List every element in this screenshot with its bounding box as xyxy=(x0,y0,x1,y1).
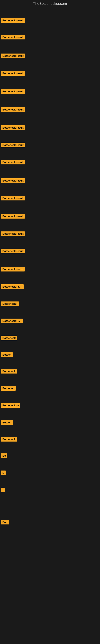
bottleneck-badge-8[interactable]: Bottleneck result xyxy=(1,143,25,147)
result-row-7: Bottleneck result xyxy=(1,126,25,131)
result-row-4: Bottleneck result xyxy=(1,71,25,76)
bottleneck-badge-21[interactable]: Bottleneck xyxy=(1,369,17,374)
result-row-1: Bottleneck result xyxy=(1,18,25,24)
bottleneck-badge-12[interactable]: Bottleneck result xyxy=(1,214,25,218)
result-row-10: Bottleneck result xyxy=(1,178,25,184)
result-row-25: Bottleneck xyxy=(1,437,17,442)
bottleneck-badge-4[interactable]: Bottleneck result xyxy=(1,71,25,76)
bottleneck-badge-13[interactable]: Bottleneck result xyxy=(1,232,25,236)
bottleneck-badge-3[interactable]: Bottleneck result xyxy=(1,54,25,58)
bottleneck-badge-19[interactable]: Bottleneck xyxy=(1,336,17,340)
result-row-3: Bottleneck result xyxy=(1,54,25,59)
result-row-21: Bottleneck xyxy=(1,369,17,374)
bottleneck-badge-20[interactable]: Bottlen xyxy=(1,352,13,357)
bottleneck-badge-25[interactable]: Bottleneck xyxy=(1,437,17,442)
result-row-15: Bottleneck result xyxy=(1,267,25,272)
bottleneck-badge-6[interactable]: Bottleneck result xyxy=(1,107,25,112)
bottleneck-badge-16[interactable]: Bottleneck result xyxy=(1,284,24,289)
site-title: TheBottlenecker.com xyxy=(0,0,100,7)
bottleneck-badge-23[interactable]: Bottleneck re xyxy=(1,403,20,408)
bottleneck-badge-26[interactable]: Bo xyxy=(1,454,7,458)
result-row-14: Bottleneck result xyxy=(1,249,25,254)
bottleneck-badge-14[interactable]: Bottleneck result xyxy=(1,249,25,253)
result-row-24: Bottlen xyxy=(1,420,13,426)
result-row-18: Bottleneck resul xyxy=(1,318,23,324)
result-row-13: Bottleneck result xyxy=(1,232,25,237)
result-row-17: Bottleneck r xyxy=(1,302,19,307)
site-header: TheBottlenecker.com xyxy=(0,0,100,7)
result-row-12: Bottleneck result xyxy=(1,214,25,219)
result-row-8: Bottleneck result xyxy=(1,143,25,148)
bottleneck-badge-10[interactable]: Bottleneck result xyxy=(1,178,25,183)
result-row-30: Bott xyxy=(1,520,9,525)
result-row-22: Bottlenec xyxy=(1,386,16,392)
bottleneck-badge-9[interactable]: Bottleneck result xyxy=(1,160,25,164)
result-row-9: Bottleneck result xyxy=(1,160,25,165)
result-row-23: Bottleneck re xyxy=(1,403,20,408)
result-row-2: Bottleneck result xyxy=(1,35,25,40)
result-row-26: Bo xyxy=(1,454,7,459)
bottleneck-badge-24[interactable]: Bottlen xyxy=(1,420,13,425)
bottleneck-badge-5[interactable]: Bottleneck result xyxy=(1,89,25,94)
bottleneck-badge-28[interactable]: | xyxy=(1,488,5,492)
bottleneck-badge-11[interactable]: Bottleneck result xyxy=(1,196,25,200)
result-row-5: Bottleneck result xyxy=(1,89,25,94)
result-row-11: Bottleneck result xyxy=(1,196,25,201)
result-row-27: B xyxy=(1,470,6,476)
bottleneck-badge-27[interactable]: B xyxy=(1,470,6,475)
bottleneck-badge-1[interactable]: Bottleneck result xyxy=(1,18,25,23)
bottleneck-badge-2[interactable]: Bottleneck result xyxy=(1,35,25,40)
result-row-20: Bottlen xyxy=(1,352,13,358)
result-row-28: | xyxy=(1,488,5,493)
result-row-16: Bottleneck result xyxy=(1,284,24,290)
bottleneck-badge-18[interactable]: Bottleneck resul xyxy=(1,318,23,323)
result-row-6: Bottleneck result xyxy=(1,107,25,113)
bottleneck-badge-30[interactable]: Bott xyxy=(1,520,9,524)
bottleneck-badge-15[interactable]: Bottleneck result xyxy=(1,267,25,272)
bottleneck-badge-22[interactable]: Bottlenec xyxy=(1,386,16,391)
bottleneck-badge-17[interactable]: Bottleneck r xyxy=(1,302,19,306)
result-row-19: Bottleneck xyxy=(1,336,17,341)
bottleneck-badge-7[interactable]: Bottleneck result xyxy=(1,126,25,130)
results-container: Bottleneck resultBottleneck resultBottle… xyxy=(0,7,100,644)
